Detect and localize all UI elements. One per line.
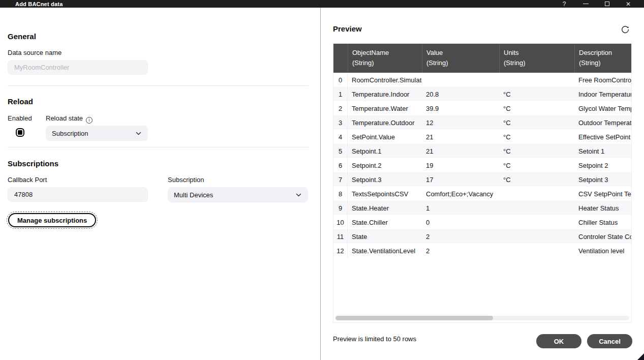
cell-description[interactable]: Setpoint 2 bbox=[574, 158, 631, 172]
horizontal-scrollbar[interactable] bbox=[335, 316, 629, 320]
callback-port-input[interactable] bbox=[8, 187, 148, 202]
table-row[interactable]: 9 State.Heater 1 Heater Status bbox=[333, 201, 631, 215]
table-row[interactable]: 1 Temperature.Indoor 20.8 °C Indoor Temp… bbox=[333, 87, 631, 101]
info-icon[interactable]: i bbox=[86, 117, 93, 124]
cell-units[interactable] bbox=[499, 201, 574, 215]
help-icon[interactable]: ? bbox=[561, 1, 568, 8]
data-source-name-input[interactable] bbox=[8, 60, 148, 75]
cell-value[interactable]: 17 bbox=[422, 172, 499, 187]
manage-subscriptions-button[interactable]: Manage subscriptions bbox=[8, 213, 96, 227]
cell-units[interactable]: °C bbox=[499, 172, 574, 187]
cell-units[interactable]: °C bbox=[499, 87, 574, 101]
reload-state-label-text: Reload state bbox=[46, 114, 83, 122]
subscription-value: Multi Devices bbox=[174, 191, 213, 199]
cell-description[interactable]: Controler State Com bbox=[574, 229, 631, 244]
cell-object-name[interactable]: State.VentilationLevel bbox=[348, 244, 422, 258]
subscription-select[interactable]: Multi Devices bbox=[168, 187, 308, 202]
header-units-type: (String) bbox=[504, 58, 570, 68]
header-units[interactable]: Units (String) bbox=[499, 44, 574, 73]
table-row[interactable]: 4 SetPoint.Value 21 °C Effective SetPoin… bbox=[333, 130, 631, 144]
table-row[interactable]: 5 Setpoint.1 21 °C Setoint 1 bbox=[333, 144, 631, 158]
cell-object-name[interactable]: Setpoint.2 bbox=[348, 158, 422, 172]
cell-object-name[interactable]: Setpoint.3 bbox=[348, 172, 422, 187]
cell-units[interactable] bbox=[499, 229, 574, 244]
cell-description[interactable]: Chiller Status bbox=[574, 215, 631, 229]
table-body: 0 RoomController.Simulator Free RoomCont… bbox=[333, 73, 631, 258]
header-objectname[interactable]: ObjectName (String) bbox=[348, 44, 422, 73]
cell-units[interactable] bbox=[499, 215, 574, 229]
data-source-name-label: Data source name bbox=[8, 49, 62, 56]
cell-description[interactable]: Setoint 1 bbox=[574, 144, 631, 158]
table-row[interactable]: 12 State.VentilationLevel 2 Ventilation … bbox=[333, 244, 631, 258]
cell-units[interactable] bbox=[499, 73, 574, 87]
cell-value[interactable]: 39.9 bbox=[422, 101, 499, 115]
cell-value[interactable]: 2 bbox=[422, 229, 499, 244]
cell-value[interactable]: 12 bbox=[422, 115, 499, 130]
cell-units[interactable]: °C bbox=[499, 101, 574, 115]
reload-state-value: Subscription bbox=[52, 130, 88, 137]
header-description[interactable]: Description (String) bbox=[574, 44, 631, 73]
cell-index: 0 bbox=[333, 73, 348, 87]
cell-units[interactable]: °C bbox=[499, 130, 574, 144]
ok-button[interactable]: OK bbox=[536, 334, 581, 348]
header-value[interactable]: Value (String) bbox=[422, 44, 499, 73]
table-row[interactable]: 7 Setpoint.3 17 °C Setpoint 3 bbox=[333, 172, 631, 187]
cell-units[interactable]: °C bbox=[499, 144, 574, 158]
cell-index: 12 bbox=[333, 244, 348, 258]
cell-value[interactable]: 2 bbox=[422, 244, 499, 258]
cell-description[interactable]: Glycol Water Tempe bbox=[574, 101, 631, 115]
cell-units[interactable] bbox=[499, 244, 574, 258]
cell-object-name[interactable]: State.Heater bbox=[348, 201, 422, 215]
table-row[interactable]: 3 Temperature.Outdoor 12 °C Outdoor Temp… bbox=[333, 115, 631, 130]
cell-object-name[interactable]: Temperature.Outdoor bbox=[348, 115, 422, 130]
cell-index: 5 bbox=[333, 144, 348, 158]
cell-description[interactable]: Ventilation level bbox=[574, 244, 631, 258]
cell-units[interactable]: °C bbox=[499, 158, 574, 172]
enabled-checkbox[interactable] bbox=[16, 128, 24, 137]
close-icon[interactable]: ✕ bbox=[625, 1, 632, 8]
cell-object-name[interactable]: Temperature.Indoor bbox=[348, 87, 422, 101]
cell-value[interactable]: 1 bbox=[422, 201, 499, 215]
scrollbar-thumb[interactable] bbox=[335, 316, 493, 320]
resize-handle[interactable] bbox=[637, 353, 644, 360]
preview-heading: Preview bbox=[333, 24, 362, 33]
cell-description[interactable]: Heater Status bbox=[574, 201, 631, 215]
cell-value[interactable]: 21 bbox=[422, 144, 499, 158]
cell-description[interactable]: Effective SetPoint bbox=[574, 130, 631, 144]
refresh-icon[interactable] bbox=[620, 24, 631, 36]
reload-state-select[interactable]: Subscription bbox=[46, 126, 148, 141]
table-row[interactable]: 0 RoomController.Simulator Free RoomCont… bbox=[333, 73, 631, 87]
cell-object-name[interactable]: State bbox=[348, 229, 422, 244]
cancel-button[interactable]: Cancel bbox=[587, 334, 632, 348]
minimize-icon[interactable] bbox=[582, 1, 589, 8]
table-row[interactable]: 2 Temperature.Water 39.9 °C Glycol Water… bbox=[333, 101, 631, 115]
cell-value[interactable] bbox=[422, 73, 499, 87]
table-row[interactable]: 11 State 2 Controler State Com bbox=[333, 229, 631, 244]
cell-value[interactable]: 0 bbox=[422, 215, 499, 229]
cell-value[interactable]: Comfort;Eco+;Vacancy bbox=[422, 187, 499, 201]
cell-description[interactable]: Indoor Temperature bbox=[574, 87, 631, 101]
table-row[interactable]: 6 Setpoint.2 19 °C Setpoint 2 bbox=[333, 158, 631, 172]
maximize-icon[interactable] bbox=[603, 1, 610, 8]
cell-units[interactable] bbox=[499, 187, 574, 201]
window-controls: ? ✕ bbox=[561, 0, 632, 8]
cell-object-name[interactable]: State.Chiller bbox=[348, 215, 422, 229]
table-row[interactable]: 8 TextsSetpointsCSV Comfort;Eco+;Vacancy… bbox=[333, 187, 631, 201]
cell-object-name[interactable]: Setpoint.1 bbox=[348, 144, 422, 158]
preview-table: ObjectName (String) Value (String) Units… bbox=[333, 43, 632, 323]
cell-value[interactable]: 20.8 bbox=[422, 87, 499, 101]
table-row[interactable]: 10 State.Chiller 0 Chiller Status bbox=[333, 215, 631, 229]
cell-object-name[interactable]: TextsSetpointsCSV bbox=[348, 187, 422, 201]
cell-description[interactable]: Outdoor Temperatur bbox=[574, 115, 631, 130]
cell-object-name[interactable]: SetPoint.Value bbox=[348, 130, 422, 144]
cell-description[interactable]: Setpoint 3 bbox=[574, 172, 631, 187]
cell-units[interactable]: °C bbox=[499, 115, 574, 130]
cell-description[interactable]: CSV SetpPoint Texts bbox=[574, 187, 631, 201]
cell-value[interactable]: 19 bbox=[422, 158, 499, 172]
cell-object-name[interactable]: Temperature.Water bbox=[348, 101, 422, 115]
cell-value[interactable]: 21 bbox=[422, 130, 499, 144]
settings-panel: General Data source name Reload Enabled … bbox=[0, 8, 320, 360]
cell-description[interactable]: Free RoomControlle bbox=[574, 73, 631, 87]
cell-object-name[interactable]: RoomController.Simulator bbox=[348, 73, 422, 87]
general-heading: General bbox=[8, 32, 36, 41]
